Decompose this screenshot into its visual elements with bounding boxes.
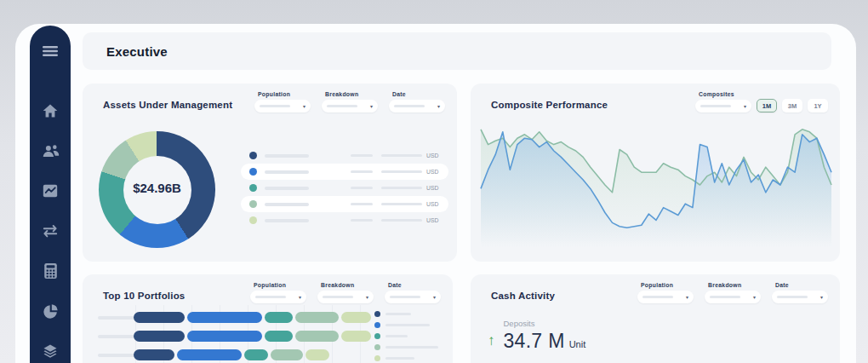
bar-segment xyxy=(265,331,293,342)
bar-segment xyxy=(134,312,185,323)
dashboard: Executive Assets Under Management Popula… xyxy=(0,0,868,363)
filter-label: Breakdown xyxy=(708,282,761,288)
filter-label: Population xyxy=(258,91,311,97)
bar-segment xyxy=(341,312,371,323)
filter-select-date[interactable]: ▾ xyxy=(772,291,828,303)
transfers-icon[interactable] xyxy=(30,219,71,243)
legend-value-redacted xyxy=(351,219,373,222)
portfolios-legend-item[interactable] xyxy=(374,308,443,320)
home-icon[interactable] xyxy=(30,99,71,123)
bar-segment xyxy=(187,331,262,342)
menu-icon[interactable] xyxy=(30,39,71,63)
filter-select-breakdown[interactable]: ▾ xyxy=(705,291,761,303)
filter-select-date[interactable]: ▾ xyxy=(389,100,445,112)
aum-legend-row[interactable]: USD xyxy=(241,164,448,180)
sidebar xyxy=(30,26,71,363)
legend-name-redacted xyxy=(265,187,309,190)
portfolios-legend-item[interactable] xyxy=(374,331,443,342)
chevron-down-icon: ▾ xyxy=(686,295,688,300)
range-button-3m[interactable]: 3M xyxy=(782,99,802,112)
composite-line-chart[interactable] xyxy=(477,118,835,254)
pie-chart-icon[interactable] xyxy=(30,299,71,323)
filter-select-breakdown[interactable]: ▾ xyxy=(322,100,378,112)
chevron-down-icon: ▾ xyxy=(753,295,756,300)
chevron-down-icon: ▾ xyxy=(303,104,306,109)
legend-name-redacted xyxy=(265,203,309,206)
filter-population: Population▾ xyxy=(254,91,311,112)
aum-legend-row[interactable]: USD xyxy=(241,147,448,164)
aum-legend-row[interactable]: USD xyxy=(241,212,448,228)
legend-dot xyxy=(374,344,380,350)
aum-legend: USDUSDUSDUSDUSD xyxy=(241,147,448,228)
legend-value-redacted xyxy=(351,203,373,205)
filter-label: Breakdown xyxy=(325,91,378,97)
aum-filters: Population▾Breakdown▾Date▾ xyxy=(254,91,445,112)
filter-select-composites[interactable]: ▾ xyxy=(695,100,751,112)
deposits-value: 34.7 M xyxy=(504,330,565,353)
legend-dot xyxy=(249,152,257,159)
placeholder-bar xyxy=(394,105,425,107)
legend-value-redacted xyxy=(351,170,373,173)
legend-name-redacted xyxy=(385,346,438,349)
legend-value-redacted xyxy=(351,187,373,189)
filter-composites: Composites▾ xyxy=(695,91,751,112)
deposits-unit: Unit xyxy=(569,339,586,349)
users-icon[interactable] xyxy=(30,139,71,163)
card-top-10-portfolios: Top 10 Portfolios Population▾Breakdown▾D… xyxy=(83,274,453,363)
currency-label: USD xyxy=(426,201,440,207)
placeholder-bar xyxy=(777,296,808,298)
currency-label: USD xyxy=(426,153,440,158)
card-title: Cash Activity xyxy=(491,291,555,301)
filter-date: Date▾ xyxy=(772,282,828,303)
legend-name-redacted xyxy=(385,357,414,360)
card-cash-activity: Cash Activity Population▾Breakdown▾Date▾… xyxy=(471,274,840,363)
legend-dot xyxy=(249,168,257,176)
page-title: Executive xyxy=(106,44,168,59)
layers-icon[interactable] xyxy=(30,339,71,363)
filter-label: Date xyxy=(775,282,828,288)
portfolios-legend-item[interactable] xyxy=(374,320,443,331)
bar-segment xyxy=(306,349,329,360)
filter-select-population[interactable]: ▾ xyxy=(637,291,694,303)
legend-value-redacted xyxy=(351,154,373,157)
legend-amount-redacted xyxy=(381,170,422,173)
aum-donut-chart[interactable]: $24.96B xyxy=(99,131,215,248)
calculator-icon[interactable] xyxy=(30,259,71,283)
filter-label: Composites xyxy=(699,91,751,97)
deposits-metric: ↑ Deposits 34.7 M Unit xyxy=(488,319,585,353)
filter-breakdown: Breakdown▾ xyxy=(322,91,378,112)
chevron-down-icon: ▾ xyxy=(437,104,440,109)
portfolios-legend-item[interactable] xyxy=(374,353,443,363)
composite-filters: Composites▾ xyxy=(695,91,751,112)
deposits-label: Deposits xyxy=(504,319,586,328)
cash-filters: Population▾Breakdown▾Date▾ xyxy=(637,282,828,303)
legend-amount-redacted xyxy=(381,203,422,205)
legend-dot xyxy=(249,200,257,208)
bar-segment xyxy=(271,349,303,360)
legend-name-redacted xyxy=(385,324,430,326)
bar-segment xyxy=(265,312,293,323)
legend-name-redacted xyxy=(265,154,309,158)
legend-amount-redacted xyxy=(381,187,422,189)
aum-legend-row[interactable]: USD xyxy=(241,196,448,212)
legend-dot xyxy=(374,355,380,361)
bar-segment xyxy=(134,331,185,342)
legend-dot xyxy=(374,322,380,328)
placeholder-bar xyxy=(327,105,357,107)
card-assets-under-management: Assets Under Management Population▾Break… xyxy=(83,84,457,262)
range-button-1y[interactable]: 1Y xyxy=(808,99,828,112)
currency-label: USD xyxy=(426,169,440,175)
legend-name-redacted xyxy=(385,313,411,315)
legend-dot xyxy=(249,184,257,192)
filter-select-population[interactable]: ▾ xyxy=(254,100,311,112)
filter-population: Population▾ xyxy=(637,282,694,303)
portfolios-legend-item[interactable] xyxy=(374,342,443,353)
filter-breakdown: Breakdown▾ xyxy=(705,282,761,303)
range-button-1m[interactable]: 1M xyxy=(757,99,777,112)
card-composite-performance: Composite Performance Composites▾ 1M3M1Y xyxy=(471,84,840,262)
performance-chart-icon[interactable] xyxy=(30,179,71,203)
aum-total-value: $24.96B xyxy=(99,181,215,195)
legend-dot xyxy=(249,216,257,224)
aum-legend-row[interactable]: USD xyxy=(241,180,448,196)
page-header: Executive xyxy=(83,32,831,70)
